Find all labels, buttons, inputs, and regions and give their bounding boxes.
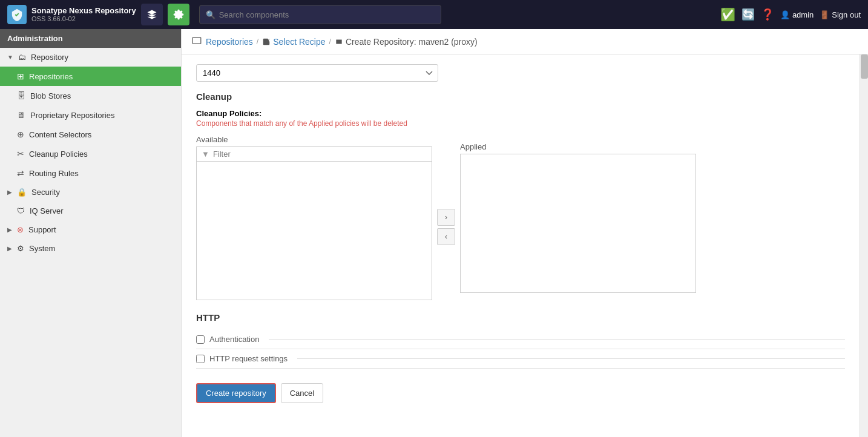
status-icon: ✅ <box>720 7 735 22</box>
breadcrumb-create-repo: Create Repository: maven2 (proxy) <box>335 37 478 47</box>
scrollbar-thumb[interactable] <box>861 54 868 79</box>
main-layout: Administration ▼ 🗂 Repository ⊞ Reposito… <box>0 29 868 437</box>
available-list-col: Available ▼ <box>196 135 432 300</box>
cleanup-section-title: Cleanup <box>196 91 845 102</box>
routing-rules-icon: ⇄ <box>17 168 24 178</box>
content-area: Repositories / Select Recipe / Create Re… <box>182 29 868 437</box>
form-content: 1440 Cleanup Cleanup Policies: Component… <box>182 54 860 437</box>
breadcrumb-select-recipe: Select Recipe <box>262 37 325 47</box>
user-icon: 👤 <box>780 10 790 19</box>
section-repo-icon: 🗂 <box>18 53 26 62</box>
chevron-right-support-icon: ▶ <box>7 226 12 233</box>
sidebar-section-iq[interactable]: ▶ 🛡 IQ Server <box>0 202 181 220</box>
repositories-icon: ⊞ <box>17 71 24 81</box>
dropdown-row: 1440 <box>196 64 845 82</box>
brand-title: Sonatype Nexus Repository <box>31 6 136 16</box>
section-security-label: Security <box>31 188 60 197</box>
cleanup-section: Cleanup Cleanup Policies: Components tha… <box>196 91 845 300</box>
sidebar-section-system[interactable]: ▶ ⚙ System <box>0 239 181 258</box>
sidebar: Administration ▼ 🗂 Repository ⊞ Reposito… <box>0 29 182 437</box>
cleanup-policies-icon: ✂ <box>17 149 24 159</box>
sidebar-item-proprietary-repos-label: Proprietary Repositories <box>30 111 114 120</box>
brand-logo <box>7 5 27 24</box>
search-icon: 🔍 <box>206 10 215 19</box>
topnav-right: ✅ 🔄 ❓ 👤 admin 🚪 Sign out <box>720 7 861 22</box>
signout-btn[interactable]: 🚪 Sign out <box>820 10 861 19</box>
create-repository-button[interactable]: Create repository <box>196 383 276 403</box>
signout-label: Sign out <box>832 10 861 19</box>
breadcrumb-sep-1: / <box>257 38 258 46</box>
transfer-forward-btn[interactable]: › <box>437 209 455 226</box>
filter-input[interactable] <box>213 150 427 159</box>
gear-icon-btn[interactable] <box>168 4 189 25</box>
signout-icon: 🚪 <box>820 10 829 19</box>
breadcrumb-create-repo-label: Create Repository: maven2 (proxy) <box>346 37 478 47</box>
section-repo-label: Repository <box>31 53 68 62</box>
http-section: HTTP Authentication HTTP request setting… <box>196 312 845 369</box>
breadcrumb: Repositories / Select Recipe / Create Re… <box>182 29 868 54</box>
sidebar-item-cleanup-policies-label: Cleanup Policies <box>29 150 88 159</box>
http-request-row: HTTP request settings <box>196 349 845 369</box>
authentication-label: Authentication <box>209 335 259 344</box>
help-icon[interactable]: ❓ <box>761 8 774 21</box>
sidebar-item-blob-stores[interactable]: 🗄 Blob Stores <box>0 86 181 105</box>
sidebar-item-proprietary-repos[interactable]: 🖥 Proprietary Repositories <box>0 105 181 125</box>
security-icon: 🔒 <box>17 188 27 197</box>
transfer-back-btn[interactable]: ‹ <box>437 228 455 245</box>
filter-box: ▼ <box>196 146 432 161</box>
sidebar-item-repositories-label: Repositories <box>29 72 73 81</box>
user-menu[interactable]: 👤 admin <box>780 10 814 19</box>
topnav: Sonatype Nexus Repository OSS 3.66.0-02 … <box>0 0 868 29</box>
dual-list-container: Available ▼ › ‹ <box>196 135 845 300</box>
breadcrumb-sep-2: / <box>329 38 331 46</box>
cube-icon-btn[interactable] <box>141 4 163 25</box>
chevron-right-system-icon: ▶ <box>7 245 12 252</box>
available-label: Available <box>196 135 432 144</box>
http-section-title: HTTP <box>196 312 845 323</box>
system-icon: ⚙ <box>17 244 24 253</box>
sidebar-item-blob-stores-label: Blob Stores <box>30 91 71 100</box>
sidebar-item-cleanup-policies[interactable]: ✂ Cleanup Policies <box>0 144 181 163</box>
sidebar-section-support[interactable]: ▶ ⊗ Support <box>0 220 181 239</box>
sidebar-section-security[interactable]: ▶ 🔒 Security <box>0 183 181 202</box>
repositories-breadcrumb-icon <box>191 35 202 48</box>
http-request-line <box>297 358 845 359</box>
section-iq-label: IQ Server <box>30 206 64 215</box>
brand: Sonatype Nexus Repository OSS 3.66.0-02 <box>7 5 136 24</box>
http-request-checkbox[interactable] <box>196 355 205 363</box>
search-input[interactable] <box>219 10 435 19</box>
username: admin <box>792 10 814 19</box>
authentication-line <box>269 339 845 340</box>
search-bar[interactable]: 🔍 <box>199 5 441 24</box>
admin-header: Administration <box>0 29 181 48</box>
sidebar-item-repositories[interactable]: ⊞ Repositories <box>0 67 181 86</box>
http-request-label: HTTP request settings <box>209 354 288 363</box>
sidebar-item-content-selectors-label: Content Selectors <box>29 130 91 139</box>
authentication-checkbox[interactable] <box>196 335 205 344</box>
form-actions: Create repository Cancel <box>196 373 845 408</box>
sidebar-item-routing-rules[interactable]: ⇄ Routing Rules <box>0 163 181 183</box>
breadcrumb-select-recipe-label[interactable]: Select Recipe <box>273 37 325 47</box>
cancel-button[interactable]: Cancel <box>281 383 323 403</box>
applied-list-box[interactable] <box>460 154 696 293</box>
content-selectors-icon: ⊕ <box>17 130 24 139</box>
available-list-box[interactable] <box>196 161 432 300</box>
transfer-buttons: › ‹ <box>437 209 455 245</box>
sidebar-section-repository[interactable]: ▼ 🗂 Repository <box>0 48 181 67</box>
proprietary-repos-icon: 🖥 <box>17 110 25 120</box>
brand-subtitle: OSS 3.66.0-02 <box>31 15 136 23</box>
sidebar-item-routing-rules-label: Routing Rules <box>29 169 79 178</box>
cleanup-policies-label: Cleanup Policies: <box>196 109 845 118</box>
sidebar-item-content-selectors[interactable]: ⊕ Content Selectors <box>0 125 181 144</box>
section-support-label: Support <box>28 225 56 234</box>
chevron-down-icon: ▼ <box>7 54 13 61</box>
breadcrumb-repositories[interactable]: Repositories <box>206 37 253 47</box>
scrollbar-track[interactable] <box>860 54 868 437</box>
dropdown-select[interactable]: 1440 <box>196 64 438 82</box>
cleanup-policies-subtitle: Components that match any of the Applied… <box>196 119 845 128</box>
filter-icon: ▼ <box>202 150 209 159</box>
admin-label: Administration <box>7 34 63 43</box>
refresh-icon[interactable]: 🔄 <box>741 8 755 21</box>
applied-label: Applied <box>460 142 696 151</box>
authentication-row: Authentication <box>196 330 845 349</box>
